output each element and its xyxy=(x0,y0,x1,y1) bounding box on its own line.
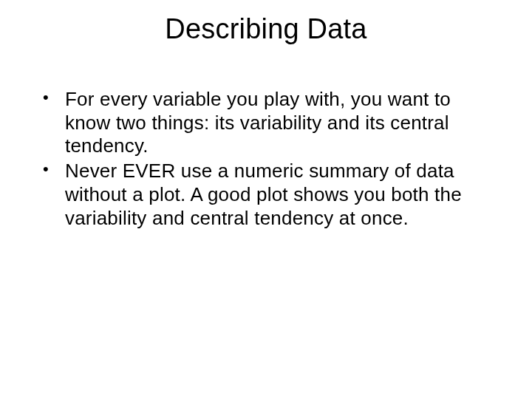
bullet-item: For every variable you play with, you wa… xyxy=(37,88,495,158)
slide: Describing Data For every variable you p… xyxy=(0,0,532,399)
slide-title: Describing Data xyxy=(37,13,495,45)
bullet-item: Never EVER use a numeric summary of data… xyxy=(37,160,495,230)
bullet-list: For every variable you play with, you wa… xyxy=(37,88,495,230)
